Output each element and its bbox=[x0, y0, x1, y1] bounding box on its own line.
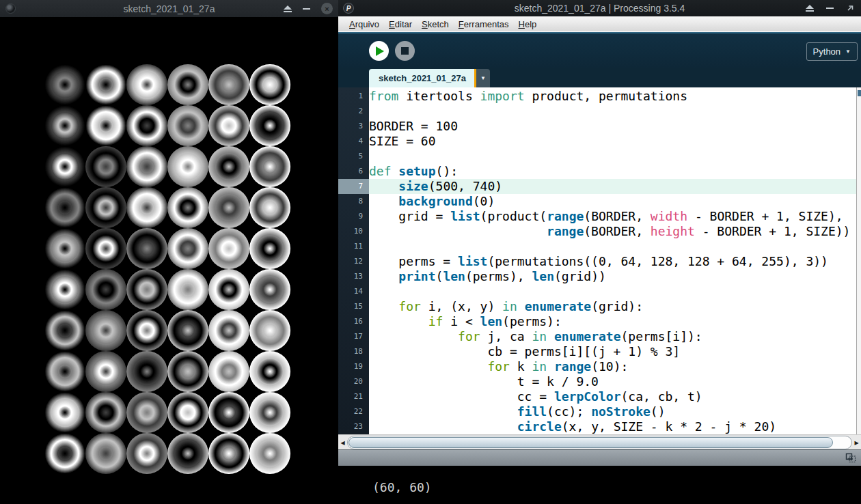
close-icon[interactable]: × bbox=[321, 3, 333, 14]
line-number-10: 10 bbox=[338, 224, 369, 239]
minimize-icon[interactable] bbox=[826, 8, 834, 9]
line-number-12: 12 bbox=[338, 254, 369, 269]
line-number-22: 22 bbox=[338, 404, 369, 419]
scroll-left-arrow[interactable]: ◀ bbox=[338, 435, 347, 450]
console-toggle-icon[interactable] bbox=[845, 453, 856, 463]
stop-icon bbox=[401, 47, 409, 55]
resize-arrow-icon[interactable] bbox=[846, 4, 854, 12]
line-number-15: 15 bbox=[338, 299, 369, 314]
maximize-icon[interactable] bbox=[806, 5, 814, 12]
line-number-17: 17 bbox=[338, 329, 369, 344]
code-line-3[interactable]: BORDER = 100 bbox=[369, 119, 856, 134]
tab-label: sketch_2021_01_27a bbox=[379, 73, 466, 83]
tab-sketch[interactable]: sketch_2021_01_27a bbox=[369, 69, 476, 87]
sketch-canvas[interactable] bbox=[0, 17, 338, 504]
screen: sketch_2021_01_27a × P sketch_2021_01_27… bbox=[0, 0, 861, 504]
line-number-16: 16 bbox=[338, 314, 369, 329]
menubar-items: ArquivoEditarSketchFerramentasHelp bbox=[338, 16, 861, 32]
ide-window-title: sketch_2021_01_27a | Processing 3.5.4 bbox=[338, 0, 861, 16]
toolbar: Python ▼ bbox=[338, 32, 861, 68]
code-line-20[interactable]: t = k / 9.0 bbox=[369, 374, 856, 389]
sketch-output-window: sketch_2021_01_27a × bbox=[0, 0, 338, 504]
sketch-window-titlebar[interactable]: sketch_2021_01_27a × bbox=[0, 0, 338, 17]
menu-sketch[interactable]: Sketch bbox=[417, 16, 454, 31]
line-number-3: 3 bbox=[338, 119, 369, 134]
line-number-5: 5 bbox=[338, 149, 369, 164]
line-number-8: 8 bbox=[338, 194, 369, 209]
code-line-14[interactable] bbox=[369, 284, 856, 299]
menu-arquivo[interactable]: Arquivo bbox=[344, 16, 384, 31]
code-line-2[interactable] bbox=[369, 104, 856, 119]
ide-window-controls bbox=[806, 0, 854, 16]
code-line-13[interactable]: print(len(perms), len(grid)) bbox=[369, 269, 856, 284]
code-line-8[interactable]: background(0) bbox=[369, 194, 856, 209]
code-line-1[interactable]: from itertools import product, permutati… bbox=[369, 89, 856, 104]
line-number-19: 19 bbox=[338, 359, 369, 374]
sketch-window-controls: × bbox=[284, 0, 333, 17]
code-line-17[interactable]: for j, ca in enumerate(perms[i]): bbox=[369, 329, 856, 344]
mode-selector-button[interactable]: Python ▼ bbox=[806, 42, 858, 61]
play-icon bbox=[376, 46, 384, 56]
menu-help[interactable]: Help bbox=[514, 16, 542, 31]
scroll-right-arrow[interactable]: ▶ bbox=[852, 435, 861, 450]
line-number-7: 7 bbox=[338, 179, 369, 194]
code-line-7[interactable]: size(500, 740) bbox=[369, 179, 856, 194]
line-number-4: 4 bbox=[338, 134, 369, 149]
tab-menu-button[interactable]: ▼ bbox=[476, 69, 490, 87]
console-output-text: (60, 60) bbox=[372, 480, 432, 494]
ide-titlebar[interactable]: P sketch_2021_01_27a | Processing 3.5.4 bbox=[338, 0, 861, 16]
code-line-19[interactable]: for k in range(10): bbox=[369, 359, 856, 374]
horizontal-scrollbar[interactable]: ◀ ▶ bbox=[338, 434, 861, 449]
code-line-4[interactable]: SIZE = 60 bbox=[369, 134, 856, 149]
code-line-18[interactable]: cb = perms[i][(j + 1) % 3] bbox=[369, 344, 856, 359]
code-line-11[interactable] bbox=[369, 239, 856, 254]
code-line-5[interactable] bbox=[369, 149, 856, 164]
horizontal-scrollbar-thumb[interactable] bbox=[348, 437, 833, 448]
chevron-down-icon: ▼ bbox=[845, 48, 851, 55]
ide-window: P sketch_2021_01_27a | Processing 3.5.4 … bbox=[338, 0, 861, 504]
code-area[interactable]: from itertools import product, permutati… bbox=[369, 87, 856, 434]
menu-editar[interactable]: Editar bbox=[384, 16, 417, 31]
code-line-9[interactable]: grid = list(product(range(BORDER, width … bbox=[369, 209, 856, 224]
line-number-18: 18 bbox=[338, 344, 369, 359]
line-number-14: 14 bbox=[338, 284, 369, 299]
line-number-gutter: 1234567891011121314151617181920212223 bbox=[338, 87, 369, 434]
code-line-15[interactable]: for i, (x, y) in enumerate(grid): bbox=[369, 299, 856, 314]
line-number-13: 13 bbox=[338, 269, 369, 284]
line-number-11: 11 bbox=[338, 239, 369, 254]
mode-label: Python bbox=[813, 46, 840, 57]
line-number-23: 23 bbox=[338, 419, 369, 434]
line-number-9: 9 bbox=[338, 209, 369, 224]
menu-ferramentas[interactable]: Ferramentas bbox=[454, 16, 514, 31]
line-number-6: 6 bbox=[338, 164, 369, 179]
run-button[interactable] bbox=[369, 41, 389, 61]
vertical-scrollbar-thumb[interactable] bbox=[858, 90, 861, 96]
minimize-icon[interactable] bbox=[303, 8, 310, 10]
horizontal-scrollbar-track[interactable] bbox=[347, 436, 852, 449]
code-line-22[interactable]: fill(cc); noStroke() bbox=[369, 404, 856, 419]
line-number-2: 2 bbox=[338, 104, 369, 119]
tabbar: sketch_2021_01_27a ▼ bbox=[338, 68, 861, 87]
line-number-21: 21 bbox=[338, 389, 369, 404]
code-line-12[interactable]: perms = list(permutations((0, 64, 128, 1… bbox=[369, 254, 856, 269]
stop-button[interactable] bbox=[395, 41, 415, 61]
line-number-20: 20 bbox=[338, 374, 369, 389]
code-line-23[interactable]: circle(x, y, SIZE - k * 2 - j * 20) bbox=[369, 419, 856, 434]
line-number-1: 1 bbox=[338, 89, 369, 104]
maximize-icon[interactable] bbox=[284, 5, 292, 12]
code-editor[interactable]: 1234567891011121314151617181920212223 fr… bbox=[338, 87, 861, 434]
chevron-down-icon: ▼ bbox=[480, 75, 486, 81]
console-output: (60, 60) bbox=[338, 466, 861, 504]
code-line-16[interactable]: if i < len(perms): bbox=[369, 314, 856, 329]
statusbar bbox=[338, 449, 861, 466]
code-line-6[interactable]: def setup(): bbox=[369, 164, 856, 179]
code-line-10[interactable]: range(BORDER, height - BORDER + 1, SIZE)… bbox=[369, 224, 856, 239]
vertical-scrollbar[interactable] bbox=[856, 87, 861, 434]
code-line-21[interactable]: cc = lerpColor(ca, cb, t) bbox=[369, 389, 856, 404]
